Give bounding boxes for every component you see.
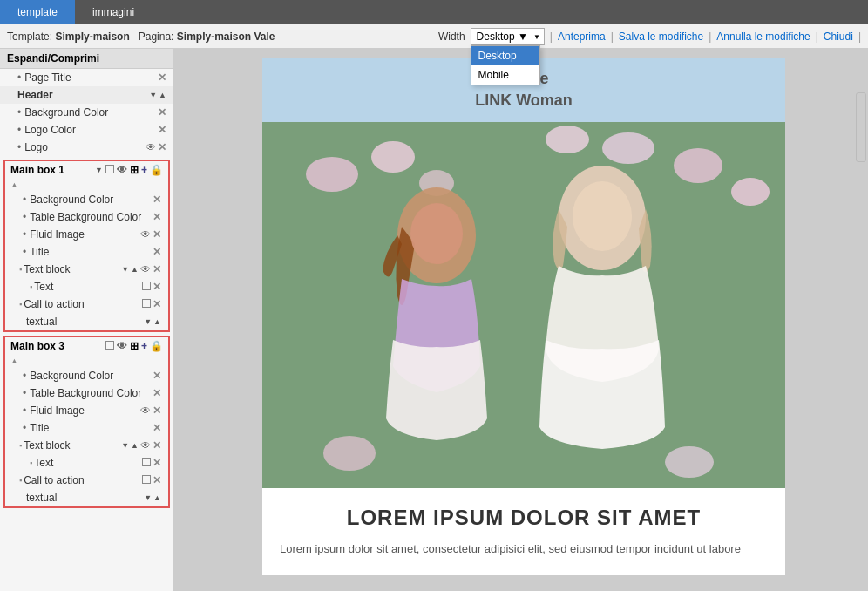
mainbox1-textblock-close-icon[interactable]: ✕ [153,263,161,275]
mainbox1-textual-arrow-up-icon[interactable]: ▲ [153,317,161,326]
mainbox1-textblock-item[interactable]: ▪ Text block ▼ ▲ 👁 ✕ [5,261,168,278]
mainbox3-textblock-item[interactable]: ▪ Text block ▼ ▲ 👁 ✕ [5,437,168,454]
mainbox1-text-sq-icon[interactable] [142,281,151,293]
mainbox1-lock-icon[interactable]: 🔒 [150,164,163,176]
header-bg-color-label: Background Color [24,106,156,119]
header-logo-color-close-icon[interactable]: ✕ [158,124,166,136]
mainbox1-cta-close-icon[interactable]: ✕ [153,298,161,310]
main-box-3-header[interactable]: Main box 3 👁 ⊞ + 🔒 [5,337,168,355]
mainbox3-bg-close-icon[interactable]: ✕ [153,370,161,382]
sidebar-item-page-title[interactable]: • Page Title ✕ [0,69,173,86]
mainbox3-lock-icon[interactable]: 🔒 [150,340,163,352]
mainbox3-cta-item[interactable]: ▪ Call to action ✕ [5,472,168,489]
mainbox3-title-close-icon[interactable]: ✕ [153,422,161,434]
width-option-mobile[interactable]: Mobile [471,65,539,85]
mainbox3-fluid-image-item[interactable]: • Fluid Image 👁 ✕ [5,402,168,419]
header-arrow-up-icon[interactable]: ▲ [159,91,166,99]
action-save[interactable]: Salva le modifiche [619,31,703,43]
mainbox1-title-item[interactable]: • Title ✕ [5,243,168,261]
mainbox1-cta-item[interactable]: ▪ Call to action ✕ [5,296,168,313]
tab-template[interactable]: template [0,0,75,24]
mainbox1-textblock-arrow-up-icon[interactable]: ▲ [131,265,139,274]
mainbox1-text-item[interactable]: ▪ Text ✕ [5,278,168,296]
mainbox3-table-bg-item[interactable]: • Table Background Color ✕ [5,384,168,402]
mainbox3-text-sq-icon[interactable] [142,457,151,469]
sidebar-header-label: Header [17,89,147,101]
mainbox1-table-bg-close-icon[interactable]: ✕ [153,211,161,223]
mainbox1-bg-close-icon[interactable]: ✕ [153,194,161,206]
header-logo-close-icon[interactable]: ✕ [158,141,166,153]
sidebar-item-header-logo[interactable]: • Logo 👁 ✕ [0,139,173,156]
preview-header-line2: LINK Woman [475,92,573,109]
mainbox3-plus-icon[interactable]: + [141,340,147,352]
mainbox1-text-label: Text [34,281,140,293]
mainbox1-arrow-down-icon[interactable]: ▼ [95,166,103,174]
header-logo-eye-icon[interactable]: 👁 [146,141,156,153]
mainbox1-eye-icon[interactable]: 👁 [117,164,127,176]
mainbox1-grid-icon[interactable]: ⊞ [130,164,139,176]
mainbox3-textual-item[interactable]: textual ▼ ▲ [5,489,168,506]
mainbox3-title-item[interactable]: • Title ✕ [5,419,168,437]
mainbox3-textblock-arrow-down-icon[interactable]: ▼ [121,441,129,450]
header-bg-color-close-icon[interactable]: ✕ [158,106,166,119]
mainbox1-textblock-arrow-down-icon[interactable]: ▼ [121,265,129,274]
mainbox3-textblock-label: Text block [24,439,119,452]
mainbox1-text-close-icon[interactable]: ✕ [153,281,161,293]
mainbox3-fluid-close-icon[interactable]: ✕ [153,404,161,417]
mainbox3-cta-label: Call to action [24,474,140,486]
mainbox1-title-label: Title [30,246,151,258]
mainbox1-triangle: ▲ [5,179,168,191]
tab-immagini[interactable]: immagini [75,0,152,24]
mainbox1-textual-arrow-down-icon[interactable]: ▼ [144,317,152,326]
sidebar-item-header-logo-color[interactable]: • Logo Color ✕ [0,121,173,139]
mainbox3-table-bg-close-icon[interactable]: ✕ [153,387,161,399]
mainbox3-table-bg-label: Table Background Color [30,387,151,399]
action-cancel[interactable]: Annulla le modifiche [716,31,810,43]
mainbox1-fluid-eye-icon[interactable]: 👁 [140,228,151,241]
hero-svg [262,122,785,488]
mainbox3-grid-icon[interactable]: ⊞ [130,340,139,352]
mainbox1-plus-icon[interactable]: + [141,164,147,176]
mainbox1-table-bg-item[interactable]: • Table Background Color ✕ [5,208,168,226]
mainbox1-bg-color-item[interactable]: • Background Color ✕ [5,191,168,208]
page-title-close-icon[interactable]: ✕ [158,71,166,84]
mainbox3-bg-color-item[interactable]: • Background Color ✕ [5,367,168,384]
sidebar-item-header-bg-color[interactable]: • Background Color ✕ [0,104,173,121]
mainbox1-textblock-eye-icon[interactable]: 👁 [140,263,151,275]
mainbox3-textblock-eye-icon[interactable]: 👁 [140,439,151,452]
tab-bar: template immagini [0,0,868,24]
mainbox1-textual-item[interactable]: textual ▼ ▲ [5,313,168,330]
sidebar-item-page-title-label: Page Title [24,71,156,84]
mainbox3-fluid-eye-icon[interactable]: 👁 [140,404,151,417]
action-close[interactable]: Chiudi [824,31,853,43]
mainbox3-textual-arrow-up-icon[interactable]: ▲ [153,493,161,502]
mainbox3-text-label: Text [34,457,140,469]
mainbox3-textblock-close-icon[interactable]: ✕ [153,439,161,452]
breadcrumb: Template: Simply-maison Pagina: Simply-m… [7,31,275,43]
mainbox1-fluid-close-icon[interactable]: ✕ [153,228,161,241]
mainbox3-textual-label: textual [26,492,142,504]
mainbox3-cta-sq-icon[interactable] [142,474,151,486]
mainbox3-textblock-arrow-up-icon[interactable]: ▲ [131,441,139,450]
mainbox1-cta-sq-icon[interactable] [142,298,151,310]
svg-point-5 [602,132,654,164]
mainbox3-text-item[interactable]: ▪ Text ✕ [5,454,168,472]
mainbox3-text-close-icon[interactable]: ✕ [153,457,161,469]
mainbox3-eye-icon[interactable]: 👁 [117,340,127,352]
width-dropdown[interactable]: Desktop ▼ [471,28,545,45]
mainbox3-sq-icon[interactable] [105,340,114,352]
mainbox3-textual-arrow-down-icon[interactable]: ▼ [144,493,152,502]
scrollbar-thumb[interactable] [856,92,866,162]
mainbox3-cta-close-icon[interactable]: ✕ [153,474,161,486]
width-option-desktop[interactable]: Desktop [471,46,539,65]
breadcrumb-actions: Width Desktop ▼ Desktop Mobile | Antepri… [438,28,861,45]
action-anteprima[interactable]: Anteprima [558,31,606,43]
main-box-1-header[interactable]: Main box 1 ▼ 👁 ⊞ + 🔒 [5,161,168,179]
mainbox1-fluid-image-item[interactable]: • Fluid Image 👁 ✕ [5,226,168,243]
sidebar-item-header[interactable]: Header ▼ ▲ [0,86,173,104]
main-box-3-label: Main box 3 [10,340,103,352]
mainbox1-title-close-icon[interactable]: ✕ [153,246,161,258]
sidebar: Espandi/Comprimi • Page Title ✕ Header ▼… [0,49,174,591]
mainbox1-sq-icon[interactable] [105,164,114,176]
header-arrow-down-icon[interactable]: ▼ [149,91,157,99]
